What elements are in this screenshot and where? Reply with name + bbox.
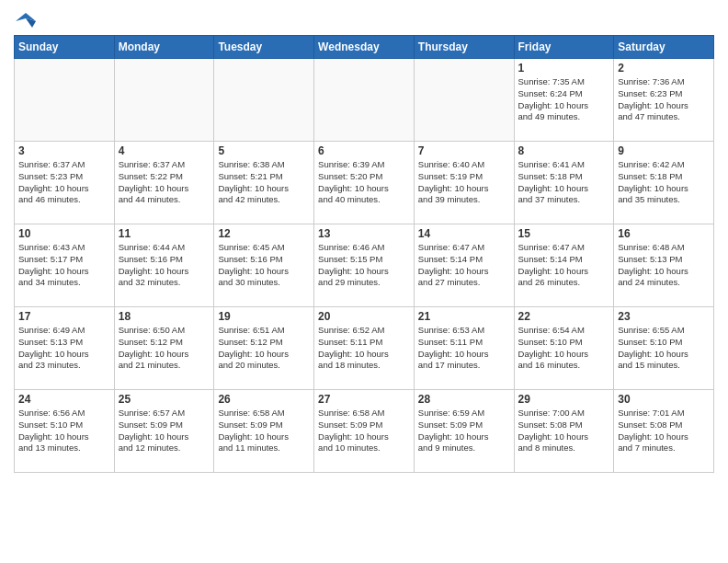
day-number: 16: [618, 227, 710, 240]
calendar-cell: 16Sunrise: 6:48 AM Sunset: 5:13 PM Dayli…: [614, 224, 714, 307]
day-number: 15: [518, 227, 610, 240]
calendar-cell: 29Sunrise: 7:00 AM Sunset: 5:08 PM Dayli…: [514, 390, 614, 473]
weekday-header-tuesday: Tuesday: [214, 36, 314, 59]
calendar-cell: 15Sunrise: 6:47 AM Sunset: 5:14 PM Dayli…: [514, 224, 614, 307]
calendar-header-row: SundayMondayTuesdayWednesdayThursdayFrid…: [15, 36, 714, 59]
day-number: 13: [318, 227, 410, 240]
day-number: 22: [518, 310, 610, 323]
day-info: Sunrise: 6:53 AM Sunset: 5:11 PM Dayligh…: [418, 325, 510, 372]
calendar-cell: 26Sunrise: 6:58 AM Sunset: 5:09 PM Dayli…: [214, 390, 314, 473]
page-header: [14, 9, 714, 28]
day-number: 21: [418, 310, 510, 323]
calendar-cell: 7Sunrise: 6:40 AM Sunset: 5:19 PM Daylig…: [414, 142, 514, 224]
day-number: 12: [218, 227, 310, 240]
day-number: 20: [318, 310, 410, 323]
day-number: 11: [119, 227, 210, 240]
day-number: 26: [218, 393, 310, 406]
calendar-week-4: 17Sunrise: 6:49 AM Sunset: 5:13 PM Dayli…: [15, 307, 714, 390]
logo: [14, 9, 36, 28]
calendar-cell: [414, 59, 514, 142]
day-info: Sunrise: 6:40 AM Sunset: 5:19 PM Dayligh…: [418, 159, 510, 206]
calendar-cell: 4Sunrise: 6:37 AM Sunset: 5:22 PM Daylig…: [114, 142, 214, 224]
svg-marker-1: [26, 18, 36, 28]
calendar-cell: 30Sunrise: 7:01 AM Sunset: 5:08 PM Dayli…: [614, 390, 714, 473]
calendar-cell: 20Sunrise: 6:52 AM Sunset: 5:11 PM Dayli…: [314, 307, 415, 390]
calendar-cell: 8Sunrise: 6:41 AM Sunset: 5:18 PM Daylig…: [514, 142, 614, 224]
day-number: 24: [18, 393, 110, 406]
calendar-week-2: 3Sunrise: 6:37 AM Sunset: 5:23 PM Daylig…: [15, 142, 714, 224]
day-number: 4: [119, 144, 210, 157]
day-info: Sunrise: 6:43 AM Sunset: 5:17 PM Dayligh…: [18, 242, 110, 289]
calendar-cell: 11Sunrise: 6:44 AM Sunset: 5:16 PM Dayli…: [114, 224, 214, 307]
calendar-week-3: 10Sunrise: 6:43 AM Sunset: 5:17 PM Dayli…: [15, 224, 714, 307]
calendar-cell: 17Sunrise: 6:49 AM Sunset: 5:13 PM Dayli…: [15, 307, 115, 390]
calendar-cell: 13Sunrise: 6:46 AM Sunset: 5:15 PM Dayli…: [314, 224, 415, 307]
weekday-header-thursday: Thursday: [414, 36, 514, 59]
day-number: 25: [119, 393, 210, 406]
calendar-cell: 22Sunrise: 6:54 AM Sunset: 5:10 PM Dayli…: [514, 307, 614, 390]
day-number: 6: [318, 144, 410, 157]
day-info: Sunrise: 6:47 AM Sunset: 5:14 PM Dayligh…: [418, 242, 510, 289]
calendar-week-1: 1Sunrise: 7:35 AM Sunset: 6:24 PM Daylig…: [15, 59, 714, 142]
calendar-table: SundayMondayTuesdayWednesdayThursdayFrid…: [14, 35, 714, 473]
day-number: 29: [518, 393, 610, 406]
day-number: 7: [418, 144, 510, 157]
calendar-cell: [15, 59, 115, 142]
day-number: 27: [318, 393, 410, 406]
day-number: 17: [18, 310, 110, 323]
day-number: 18: [119, 310, 210, 323]
calendar-cell: 18Sunrise: 6:50 AM Sunset: 5:12 PM Dayli…: [114, 307, 214, 390]
calendar-cell: 6Sunrise: 6:39 AM Sunset: 5:20 PM Daylig…: [314, 142, 415, 224]
day-info: Sunrise: 6:37 AM Sunset: 5:23 PM Dayligh…: [18, 159, 110, 206]
day-number: 14: [418, 227, 510, 240]
calendar-cell: 19Sunrise: 6:51 AM Sunset: 5:12 PM Dayli…: [214, 307, 314, 390]
day-info: Sunrise: 7:36 AM Sunset: 6:23 PM Dayligh…: [618, 76, 710, 123]
logo-bird-icon: [16, 11, 36, 31]
weekday-header-saturday: Saturday: [614, 36, 714, 59]
day-info: Sunrise: 6:37 AM Sunset: 5:22 PM Dayligh…: [119, 159, 210, 206]
day-number: 19: [218, 310, 310, 323]
day-info: Sunrise: 6:44 AM Sunset: 5:16 PM Dayligh…: [119, 242, 210, 289]
day-info: Sunrise: 6:56 AM Sunset: 5:10 PM Dayligh…: [18, 408, 110, 454]
day-number: 28: [418, 393, 510, 406]
day-info: Sunrise: 6:41 AM Sunset: 5:18 PM Dayligh…: [518, 159, 610, 206]
day-number: 30: [618, 393, 710, 406]
calendar-week-5: 24Sunrise: 6:56 AM Sunset: 5:10 PM Dayli…: [15, 390, 714, 473]
day-info: Sunrise: 6:38 AM Sunset: 5:21 PM Dayligh…: [218, 159, 310, 206]
day-number: 2: [618, 62, 710, 75]
weekday-header-monday: Monday: [114, 36, 214, 59]
day-info: Sunrise: 6:59 AM Sunset: 5:09 PM Dayligh…: [418, 408, 510, 454]
day-info: Sunrise: 7:00 AM Sunset: 5:08 PM Dayligh…: [518, 408, 610, 454]
calendar-cell: 3Sunrise: 6:37 AM Sunset: 5:23 PM Daylig…: [15, 142, 115, 224]
day-info: Sunrise: 6:42 AM Sunset: 5:18 PM Dayligh…: [618, 159, 710, 206]
day-info: Sunrise: 6:58 AM Sunset: 5:09 PM Dayligh…: [318, 408, 410, 454]
calendar-cell: 9Sunrise: 6:42 AM Sunset: 5:18 PM Daylig…: [614, 142, 714, 224]
day-info: Sunrise: 6:45 AM Sunset: 5:16 PM Dayligh…: [218, 242, 310, 289]
weekday-header-sunday: Sunday: [15, 36, 115, 59]
calendar-cell: 14Sunrise: 6:47 AM Sunset: 5:14 PM Dayli…: [414, 224, 514, 307]
weekday-header-friday: Friday: [514, 36, 614, 59]
day-info: Sunrise: 6:50 AM Sunset: 5:12 PM Dayligh…: [119, 325, 210, 372]
day-info: Sunrise: 7:35 AM Sunset: 6:24 PM Dayligh…: [518, 76, 610, 123]
calendar-cell: 24Sunrise: 6:56 AM Sunset: 5:10 PM Dayli…: [15, 390, 115, 473]
day-info: Sunrise: 6:49 AM Sunset: 5:13 PM Dayligh…: [18, 325, 110, 372]
day-info: Sunrise: 6:51 AM Sunset: 5:12 PM Dayligh…: [218, 325, 310, 372]
calendar-cell: 21Sunrise: 6:53 AM Sunset: 5:11 PM Dayli…: [414, 307, 514, 390]
calendar-cell: 1Sunrise: 7:35 AM Sunset: 6:24 PM Daylig…: [514, 59, 614, 142]
day-number: 3: [18, 144, 110, 157]
calendar-cell: 27Sunrise: 6:58 AM Sunset: 5:09 PM Dayli…: [314, 390, 415, 473]
calendar-cell: 12Sunrise: 6:45 AM Sunset: 5:16 PM Dayli…: [214, 224, 314, 307]
day-info: Sunrise: 6:48 AM Sunset: 5:13 PM Dayligh…: [618, 242, 710, 289]
day-info: Sunrise: 7:01 AM Sunset: 5:08 PM Dayligh…: [618, 408, 710, 454]
day-info: Sunrise: 6:39 AM Sunset: 5:20 PM Dayligh…: [318, 159, 410, 206]
day-number: 10: [18, 227, 110, 240]
calendar-cell: 28Sunrise: 6:59 AM Sunset: 5:09 PM Dayli…: [414, 390, 514, 473]
day-number: 5: [218, 144, 310, 157]
svg-marker-0: [16, 13, 36, 21]
day-info: Sunrise: 6:58 AM Sunset: 5:09 PM Dayligh…: [218, 408, 310, 454]
calendar-cell: [314, 59, 415, 142]
calendar-cell: [114, 59, 214, 142]
calendar-cell: 10Sunrise: 6:43 AM Sunset: 5:17 PM Dayli…: [15, 224, 115, 307]
calendar-cell: [214, 59, 314, 142]
day-info: Sunrise: 6:57 AM Sunset: 5:09 PM Dayligh…: [119, 408, 210, 454]
